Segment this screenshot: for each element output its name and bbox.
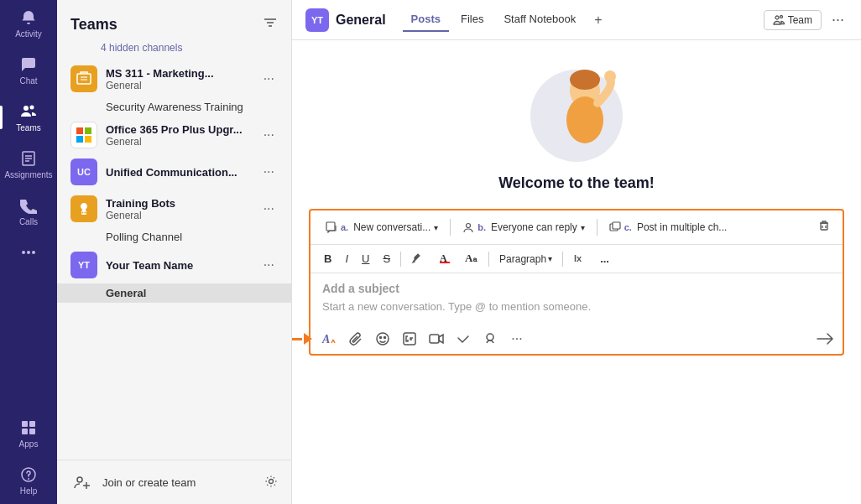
welcome-text: Welcome to the team!	[498, 174, 655, 192]
team-channel: General	[106, 80, 260, 91]
tab-staff-notebook[interactable]: Staff Notebook	[495, 8, 584, 32]
team-more-button[interactable]: ···	[260, 163, 278, 181]
compose-subject[interactable]: Add a subject	[322, 282, 831, 295]
compose-area: a. New conversati... ▾ b. Everyone can r…	[309, 209, 844, 356]
channel-item[interactable]: Polling Channel	[57, 227, 291, 247]
font-size-button[interactable]: Aₐ	[460, 248, 483, 269]
sidebar-item-more[interactable]	[0, 235, 57, 273]
team-item[interactable]: UC Unified Communication... ···	[57, 153, 291, 190]
arrow-head	[304, 333, 312, 345]
italic-button[interactable]: I	[340, 250, 353, 268]
welcome-illustration	[518, 57, 635, 166]
svg-point-27	[85, 212, 86, 214]
dropdown-icon: ▾	[581, 223, 585, 232]
filter-icon[interactable]	[263, 15, 278, 34]
praise-button[interactable]	[480, 329, 500, 349]
sidebar-item-assignments[interactable]: Assignments	[0, 141, 57, 188]
team-name: MS 311 - Marketing...	[106, 67, 260, 80]
strikethrough-button[interactable]: S	[378, 250, 395, 268]
delete-button[interactable]	[814, 216, 834, 239]
compose-placeholder[interactable]: Start a new conversation. Type @ to ment…	[322, 300, 831, 313]
team-avatar: YT	[70, 252, 97, 278]
svg-point-1	[30, 106, 34, 110]
channel-item-general[interactable]: General	[57, 283, 291, 303]
svg-rect-10	[29, 421, 35, 427]
svg-point-36	[570, 70, 600, 90]
toolbar-b-label: b.	[477, 222, 486, 232]
channel-name: General	[336, 13, 386, 28]
team-more-button[interactable]: ···	[260, 256, 278, 274]
paragraph-dropdown[interactable]: Paragraph ▾	[494, 251, 557, 268]
more-format-button[interactable]: ...	[595, 250, 614, 268]
format-text-button[interactable]: A	[319, 329, 339, 349]
sidebar-item-calls-label: Calls	[19, 217, 38, 226]
add-tab-button[interactable]: +	[587, 9, 608, 31]
sidebar-item-teams[interactable]: Teams	[0, 94, 57, 141]
everyone-reply-button[interactable]: b. Everyone can reply ▾	[456, 218, 592, 236]
team-more-button[interactable]: ···	[260, 126, 278, 144]
bold-button[interactable]: B	[319, 250, 337, 268]
highlight-button[interactable]	[406, 248, 430, 269]
send-button[interactable]	[816, 330, 834, 348]
attach-button[interactable]	[346, 329, 366, 349]
tab-files[interactable]: Files	[452, 8, 492, 32]
calls-icon	[19, 196, 38, 215]
sidebar-item-help[interactable]: Help	[0, 457, 57, 504]
teams-icon	[19, 102, 38, 121]
sidebar-item-chat-label: Chat	[19, 76, 37, 86]
sidebar-item-activity[interactable]: Activity	[0, 0, 57, 47]
format-separator	[562, 252, 563, 267]
team-item-your-team[interactable]: YT Your Team Name ···	[57, 247, 291, 283]
more-actions-button[interactable]: ···	[507, 329, 527, 349]
svg-rect-18	[77, 74, 91, 84]
posts-area: Welcome to the team! a. New conversati..…	[292, 40, 861, 504]
teams-header: Teams	[57, 0, 291, 42]
sidebar-item-activity-label: Activity	[15, 29, 42, 39]
svg-rect-11	[22, 429, 28, 434]
channel-avatar: YT	[305, 8, 329, 32]
video-button[interactable]	[426, 329, 446, 349]
svg-point-26	[82, 212, 84, 214]
channel-item[interactable]: Security Awareness Training	[57, 97, 291, 117]
toolbar-c-label: c.	[624, 222, 632, 232]
new-conversation-button[interactable]: a. New conversati... ▾	[319, 218, 445, 236]
sidebar-item-calls[interactable]: Calls	[0, 188, 57, 235]
compose-body[interactable]: Add a subject Start a new conversation. …	[310, 273, 843, 324]
schedule-button[interactable]	[453, 329, 473, 349]
svg-point-56	[487, 334, 493, 340]
channel-header-right: Team ···	[764, 8, 848, 32]
tab-posts[interactable]: Posts	[403, 8, 449, 32]
sidebar-item-apps[interactable]: Apps	[0, 410, 57, 457]
svg-point-52	[380, 337, 382, 339]
team-more-button[interactable]: ···	[260, 200, 278, 218]
sidebar-item-chat[interactable]: Chat	[0, 47, 57, 94]
clear-format-button[interactable]: Ix	[568, 249, 592, 269]
svg-rect-22	[85, 127, 91, 134]
svg-point-31	[269, 479, 274, 483]
team-view-button[interactable]: Team	[764, 10, 822, 30]
chat-icon	[19, 55, 38, 74]
teams-panel-footer: Join or create team	[57, 460, 291, 504]
giphy-button[interactable]	[399, 329, 420, 349]
channel-more-options[interactable]: ···	[828, 8, 848, 32]
sidebar-item-assignments-label: Assignments	[4, 170, 52, 179]
join-create-team[interactable]: Join or create team	[57, 460, 291, 504]
hidden-channels-link[interactable]: 4 hidden channels	[57, 42, 291, 60]
team-item[interactable]: Training Bots General ···	[57, 190, 291, 227]
team-item[interactable]: MS 311 - Marketing... General ···	[57, 60, 291, 97]
main-content: YT General Posts Files Staff Notebook + …	[292, 0, 861, 504]
team-more-button[interactable]: ···	[260, 70, 278, 88]
emoji-button[interactable]	[373, 329, 393, 349]
compose-format-toolbar: B I U S A Aₐ	[310, 245, 843, 273]
post-multiple-button[interactable]: c. Post in multiple ch...	[603, 218, 734, 236]
underline-button[interactable]: U	[357, 250, 374, 268]
team-info: Office 365 Pro Plus Upgr... General	[106, 123, 260, 148]
font-color-button[interactable]: A	[433, 248, 457, 269]
format-separator	[400, 252, 401, 267]
svg-point-8	[32, 251, 35, 254]
everyone-reply-label: Everyone can reply	[491, 221, 577, 233]
team-item[interactable]: Office 365 Pro Plus Upgr... General ···	[57, 117, 291, 153]
sidebar-item-help-label: Help	[20, 486, 38, 496]
gear-icon[interactable]	[264, 475, 278, 491]
svg-point-40	[467, 224, 471, 228]
